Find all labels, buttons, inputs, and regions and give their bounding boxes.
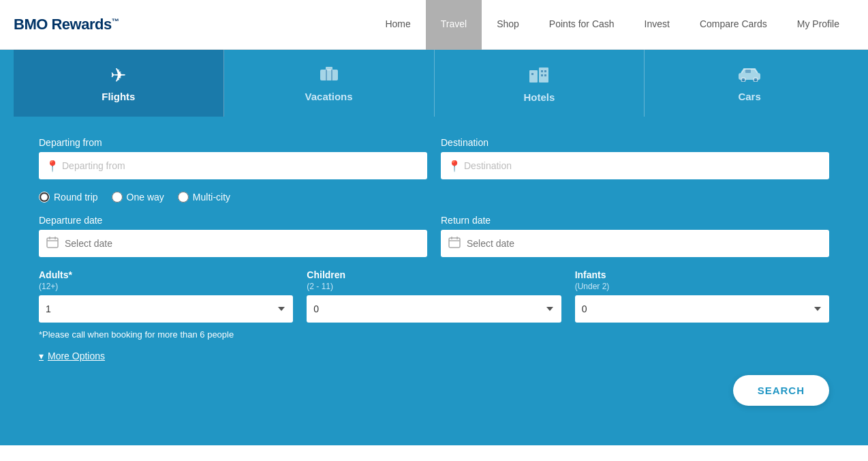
booking-note: *Please call when booking for more than … (39, 329, 829, 340)
adults-select[interactable]: 1 2 3 4 5 6 (39, 295, 293, 323)
svg-rect-4 (529, 70, 538, 83)
more-options-label: More Options (48, 351, 105, 361)
logo: BMO Rewards™ (14, 16, 119, 33)
multi-city-option[interactable]: Multi-city (178, 192, 230, 203)
svg-point-13 (754, 78, 758, 82)
children-group: Children (2 - 11) 0 1 2 3 4 5 (307, 269, 561, 323)
children-select[interactable]: 0 1 2 3 4 5 (307, 295, 561, 323)
children-label: Children (307, 269, 561, 280)
destination-input[interactable] (441, 152, 829, 179)
departure-date-group: Departure date (39, 215, 427, 257)
destination-group: Destination 📍 (441, 137, 829, 179)
calendar-icon-departure (46, 235, 59, 252)
svg-rect-19 (449, 238, 460, 248)
departing-from-input[interactable] (39, 152, 427, 179)
search-button[interactable]: SEARCH (733, 375, 829, 406)
location-row: Departing from 📍 Destination 📍 (39, 137, 829, 179)
main-section: ✈ Flights Vacations (0, 50, 868, 445)
svg-rect-15 (47, 238, 58, 248)
destination-pin-icon: 📍 (448, 160, 461, 173)
passengers-row: Adults* (12+) 1 2 3 4 5 6 Children (2 - … (39, 269, 829, 323)
svg-rect-9 (541, 74, 543, 76)
infants-group: Infants (Under 2) 0 1 2 3 (575, 269, 829, 323)
return-date-input[interactable] (441, 230, 829, 257)
return-date-label: Return date (441, 215, 829, 226)
departure-date-wrapper (39, 230, 427, 257)
adults-label: Adults* (39, 269, 293, 280)
one-way-option[interactable]: One way (112, 192, 164, 203)
suitcase-icon (319, 64, 339, 87)
infants-sublabel: (Under 2) (575, 282, 829, 291)
tab-flights-label: Flights (102, 91, 135, 102)
infants-label: Infants (575, 269, 829, 280)
tab-cars[interactable]: Cars (645, 50, 854, 117)
nav-item-points-for-cash[interactable]: Points for Cash (534, 0, 630, 50)
one-way-radio[interactable] (112, 192, 123, 203)
main-nav: Home Travel Shop Points for Cash Invest … (370, 0, 854, 50)
return-date-wrapper (441, 230, 829, 257)
tab-hotels-label: Hotels (523, 91, 555, 103)
nav-item-shop[interactable]: Shop (482, 0, 534, 50)
round-trip-label: Round trip (54, 192, 98, 203)
svg-rect-14 (745, 70, 751, 73)
multi-city-radio[interactable] (178, 192, 189, 203)
dates-row: Departure date Return date (39, 215, 829, 257)
departure-date-input[interactable] (39, 230, 427, 257)
hotel-icon (527, 63, 551, 87)
tab-flights[interactable]: ✈ Flights (14, 50, 224, 117)
children-sublabel: (2 - 11) (307, 282, 561, 291)
tab-cars-label: Cars (738, 91, 760, 102)
calendar-icon-return (448, 235, 461, 252)
multi-city-label: Multi-city (193, 192, 230, 203)
departing-from-group: Departing from 📍 (39, 137, 427, 179)
plane-icon: ✈ (110, 64, 126, 87)
travel-tabs: ✈ Flights Vacations (14, 50, 854, 117)
nav-item-travel[interactable]: Travel (426, 0, 482, 50)
svg-rect-5 (539, 68, 548, 83)
departing-from-wrapper: 📍 (39, 152, 427, 179)
svg-rect-6 (531, 73, 533, 75)
tab-vacations[interactable]: Vacations (224, 50, 435, 117)
adults-sublabel: (12+) (39, 282, 293, 291)
car-icon (737, 65, 762, 87)
svg-rect-7 (541, 70, 543, 72)
chevron-down-icon: ▾ (39, 351, 44, 361)
nav-item-my-profile[interactable]: My Profile (782, 0, 854, 50)
departure-date-label: Departure date (39, 215, 427, 226)
destination-wrapper: 📍 (441, 152, 829, 179)
svg-rect-8 (544, 70, 546, 72)
infants-select[interactable]: 0 1 2 3 (575, 295, 829, 323)
more-options-toggle[interactable]: ▾ More Options (39, 351, 829, 361)
round-trip-radio[interactable] (39, 192, 50, 203)
return-date-group: Return date (441, 215, 829, 257)
trip-type-row: Round trip One way Multi-city (39, 192, 829, 203)
adults-group: Adults* (12+) 1 2 3 4 5 6 (39, 269, 293, 323)
svg-point-12 (741, 78, 745, 82)
one-way-label: One way (127, 192, 164, 203)
svg-rect-0 (320, 70, 338, 80)
logo-text: BMO Rewards (14, 16, 112, 33)
nav-item-home[interactable]: Home (370, 0, 425, 50)
destination-label: Destination (441, 137, 829, 148)
nav-item-compare-cards[interactable]: Compare Cards (685, 0, 782, 50)
tab-vacations-label: Vacations (305, 91, 353, 102)
tab-hotels[interactable]: Hotels (435, 50, 645, 117)
header: BMO Rewards™ Home Travel Shop Points for… (0, 0, 868, 50)
nav-item-invest[interactable]: Invest (630, 0, 685, 50)
search-row: SEARCH (39, 375, 829, 406)
location-pin-icon: 📍 (46, 160, 59, 173)
search-form: Departing from 📍 Destination 📍 Round tri… (25, 137, 843, 406)
round-trip-option[interactable]: Round trip (39, 192, 98, 203)
logo-trademark: ™ (112, 17, 119, 25)
svg-rect-10 (544, 74, 546, 76)
departing-from-label: Departing from (39, 137, 427, 148)
